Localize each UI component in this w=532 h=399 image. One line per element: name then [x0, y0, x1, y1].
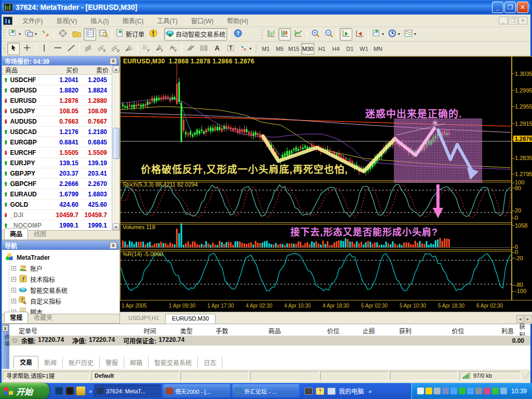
period-W1[interactable]: W1: [357, 43, 370, 55]
terminal-tab-mailbox[interactable]: 邮箱: [124, 357, 149, 368]
nav-item-indicators[interactable]: +f技术指标: [11, 274, 119, 285]
arrow-marks-tool-button[interactable]: ▾: [238, 43, 253, 55]
terminal-tab-history[interactable]: 账户历史: [63, 357, 100, 368]
period-M1[interactable]: M1: [259, 43, 272, 55]
alert-button[interactable]: [147, 28, 159, 41]
task-button-2[interactable]: 外汇论坛 - ...: [232, 384, 299, 397]
nav-item-experts[interactable]: +智能交易系统: [11, 285, 119, 296]
market-watch-toggle-button[interactable]: [84, 28, 96, 41]
toolbar-grip[interactable]: [3, 29, 5, 40]
tab-common[interactable]: 常规: [4, 312, 28, 323]
keyboard-icon[interactable]: [304, 388, 313, 395]
crosshair-tool-button[interactable]: [21, 43, 33, 55]
help-tray-icon[interactable]: ?: [316, 388, 324, 395]
period-M5[interactable]: M5: [273, 43, 286, 55]
quick-launch-icon[interactable]: [76, 387, 85, 395]
restore-button[interactable]: ❐: [504, 2, 516, 13]
chart-canvas[interactable]: ✳ EURUSD,M30 1.2868 1.2878 1.2866 1.2876…: [120, 56, 532, 312]
gann-fan-tool-button[interactable]: [123, 43, 135, 55]
period-H4[interactable]: H4: [329, 43, 342, 55]
zoom-in-button[interactable]: [309, 28, 322, 41]
vertical-line-tool-button[interactable]: [38, 43, 50, 55]
restore-window-icon[interactable]: [327, 388, 336, 395]
terminal-tab-journal[interactable]: 日志: [198, 357, 222, 368]
tray-icon[interactable]: [467, 388, 474, 394]
market-watch-row[interactable]: ⬇USDJPY108.05108.09: [2, 106, 119, 116]
bar-chart-button[interactable]: [265, 28, 277, 41]
tray-icon[interactable]: [417, 388, 424, 394]
status-profile[interactable]: Default: [91, 371, 179, 381]
minimize-button[interactable]: _: [492, 2, 503, 13]
mdi-close-button[interactable]: ✕: [518, 17, 527, 24]
trend-line-tool-button[interactable]: [65, 43, 77, 55]
period-M15[interactable]: M15: [287, 43, 300, 55]
toolbar-grip[interactable]: [3, 43, 5, 55]
tab-tick-chart[interactable]: 线图: [28, 228, 52, 240]
navigator-close-icon[interactable]: x: [110, 242, 117, 249]
mdi-minimize-button[interactable]: _: [499, 17, 508, 24]
quick-launch-icon[interactable]: [55, 387, 63, 395]
favorites-folder-button[interactable]: [70, 28, 83, 41]
tab-favorites[interactable]: 收藏夹: [28, 312, 58, 323]
menu-item-file[interactable]: 文件(F): [16, 15, 49, 26]
menu-item-window[interactable]: 窗口(W): [184, 15, 220, 26]
expand-icon[interactable]: +: [11, 277, 16, 282]
dropdown-arrow-icon[interactable]: ▾: [382, 32, 384, 36]
scroll-thumb[interactable]: [113, 128, 119, 159]
my-computer-toolbar[interactable]: 我的电脑: [339, 387, 364, 395]
tick-chart-button[interactable]: [39, 28, 52, 41]
cursor-tool-button[interactable]: [7, 43, 20, 55]
line-chart-button[interactable]: [292, 28, 304, 41]
task-button-1[interactable]: 倚天2000 - [...: [163, 384, 230, 397]
fibo-grid-tool-button[interactable]: F: [140, 43, 152, 55]
market-watch-row[interactable]: ⬆USDCHF1.20411.2045: [2, 75, 119, 85]
market-watch-close-icon[interactable]: x: [110, 58, 117, 64]
market-watch-row[interactable]: ⬇_DJI10459.710459.7: [2, 210, 119, 220]
market-watch-row[interactable]: ⬇EURUSD1.28761.2880: [2, 96, 119, 106]
market-watch-row[interactable]: ⬆GBPJPY203.37203.41: [2, 168, 119, 179]
mdi-restore-button[interactable]: ❐: [509, 17, 517, 24]
text-tool-button[interactable]: A: [211, 43, 223, 55]
fibo-fan-tool-button[interactable]: F: [153, 43, 166, 55]
regression-channel-tool-button[interactable]: [82, 43, 95, 55]
terminal-tab-alerts[interactable]: 警报: [100, 357, 124, 368]
market-watch-row[interactable]: ⬇AUDUSD0.76630.7667: [2, 116, 119, 127]
profiles-button[interactable]: ▾: [23, 28, 38, 41]
dropdown-arrow-icon[interactable]: ▾: [19, 32, 21, 36]
navigator-root[interactable]: MetaTrader: [5, 252, 119, 263]
close-button[interactable]: ✕: [517, 2, 528, 13]
market-watch-titlebar[interactable]: 市场报价: 04:39 x: [2, 56, 119, 65]
zoom-out-button[interactable]: [323, 28, 335, 41]
market-watch-row[interactable]: ⬆EURAUD1.67991.6803: [2, 189, 119, 200]
scroll-up-icon[interactable]: ▲: [113, 65, 119, 73]
menu-item-charts[interactable]: 图表(C): [116, 15, 151, 26]
text-label-tool-button[interactable]: T: [224, 43, 237, 55]
expand-icon[interactable]: +: [11, 299, 16, 303]
navigator-titlebar[interactable]: 导航 x: [2, 241, 119, 250]
expand-icon[interactable]: +: [11, 266, 16, 271]
menu-item-tools[interactable]: 工具(T): [150, 15, 184, 26]
toolbar-overflow-icon[interactable]: »: [368, 388, 371, 394]
start-button[interactable]: 开始: [0, 383, 49, 399]
tray-icon[interactable]: [475, 388, 482, 394]
cycle-lines-tool-button[interactable]: [197, 43, 210, 55]
task-button-0[interactable]: 37624: MetaT...: [94, 384, 161, 397]
menu-item-view[interactable]: 显视(V): [49, 15, 84, 26]
period-D1[interactable]: D1: [343, 43, 356, 55]
candlestick-chart-button[interactable]: [278, 28, 291, 41]
market-watch-row[interactable]: ⬆USDCAD1.21761.2180: [2, 127, 119, 137]
tray-icon[interactable]: [450, 388, 457, 394]
period-MN[interactable]: MN: [371, 43, 384, 55]
tray-icon[interactable]: [459, 388, 466, 394]
expand-icon[interactable]: +: [11, 288, 16, 292]
chart-tab-eurusd-m30[interactable]: EURUSD,M30: [165, 314, 216, 324]
help-button[interactable]: ?: [232, 28, 244, 41]
chart-shift-button[interactable]: [353, 28, 366, 41]
market-watch-row[interactable]: ⬆GBPUSD1.88201.8824: [2, 85, 119, 96]
new-chart-button[interactable]: ▾: [7, 28, 22, 41]
resize-grip[interactable]: [523, 373, 529, 379]
nav-item-accounts[interactable]: +账户: [11, 263, 119, 274]
dropdown-arrow-icon[interactable]: ▾: [35, 32, 37, 36]
dropdown-arrow-icon[interactable]: ▾: [249, 46, 251, 51]
parallel-lines-tool-button[interactable]: [184, 43, 196, 55]
